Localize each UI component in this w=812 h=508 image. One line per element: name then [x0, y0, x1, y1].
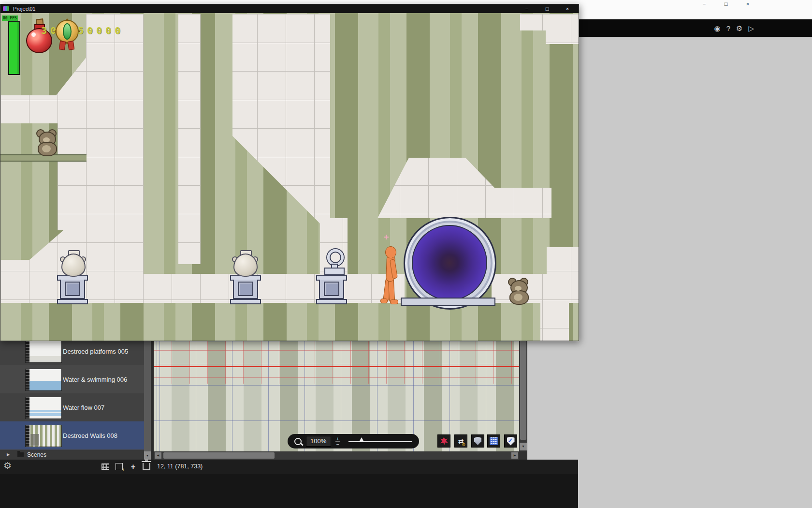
layer-thumbnail	[25, 397, 62, 419]
zoom-value-field[interactable]: 100%	[306, 436, 331, 447]
vase-sprite	[61, 250, 86, 276]
layer-item-destroed-platforms-005[interactable]: Destroed platforms 005	[0, 337, 144, 365]
layer-label: Water & swimming 006	[63, 376, 127, 383]
scrollbar-corner	[519, 451, 527, 460]
add-frame-button[interactable]	[113, 461, 125, 472]
layer-item-destroed-walls-008[interactable]: Destroed Walls 008	[0, 421, 144, 449]
mask-tool-button[interactable]	[471, 434, 484, 448]
layer-item-water-swimming-006[interactable]: Water & swimming 006	[0, 365, 144, 393]
zoom-steppers: + −	[335, 437, 340, 446]
scroll-right-button[interactable]: ▶	[511, 452, 518, 459]
shield-icon	[474, 437, 481, 445]
zoom-slider-thumb[interactable]	[359, 437, 364, 442]
zoom-in-button[interactable]: +	[336, 437, 339, 441]
dither-icon	[102, 463, 109, 470]
pedestal	[318, 275, 346, 304]
portal-core	[412, 225, 487, 300]
canvas-red-grid	[154, 337, 519, 384]
fps-counter: 80 FPS	[2, 15, 18, 21]
cursor-coordinates: 12, 11 (781, 733)	[157, 463, 203, 470]
transfer-arrows-icon: ⇄	[458, 438, 464, 445]
canvas-horizontal-scrollbar[interactable]: ◀ ▶	[154, 451, 519, 460]
dither-pattern-button[interactable]	[99, 461, 111, 472]
canvas-vertical-scrollbar[interactable]: ▼	[519, 337, 527, 460]
shield-check-icon: ✓	[507, 437, 515, 446]
sparkle-particle	[384, 235, 389, 239]
panel-scrollbar[interactable]: ▼	[144, 337, 151, 460]
zoom-slider[interactable]	[348, 441, 412, 442]
game-maximize-button[interactable]: □	[542, 4, 552, 13]
layer-label: Destroed Walls 008	[63, 432, 117, 439]
bottom-fill	[0, 474, 578, 508]
layer-thumbnail	[25, 369, 62, 391]
expand-arrow-icon[interactable]: ▶	[7, 452, 10, 457]
scroll-left-button[interactable]: ◀	[155, 452, 161, 459]
add-object-button[interactable]: +	[127, 461, 139, 472]
transfer-tool-button[interactable]: ⇄	[454, 434, 467, 448]
canvas-red-guide-line	[154, 366, 519, 367]
settings-gear-icon[interactable]: ⚙	[736, 25, 742, 32]
zoom-out-button[interactable]: −	[336, 442, 339, 446]
play-icon[interactable]: ▷	[748, 25, 754, 32]
pedestal	[58, 275, 87, 304]
player-character	[378, 246, 403, 304]
editor-top-toolbar: ◉ ? ⚙ ▷	[578, 19, 812, 37]
game-minimize-button[interactable]: −	[522, 4, 532, 13]
layer-label: Destroed platforms 005	[63, 348, 128, 355]
teddy-bear-sprite	[508, 279, 529, 303]
zoom-toolbar: 100% + −	[288, 434, 419, 448]
grid-icon	[490, 437, 498, 445]
magnifier-icon	[294, 438, 302, 445]
game-app-icon	[3, 6, 9, 11]
screen: − □ × ◉ ? ⚙ ▷ Destroed platforms 005 Wat…	[0, 0, 812, 508]
portal-base-platform	[401, 298, 495, 306]
game-titlebar[interactable]: Project01 − □ ×	[0, 4, 579, 13]
grid-toggle-button[interactable]	[487, 434, 500, 448]
layer-thumbnail	[25, 341, 62, 363]
game-preview-window: Project01 − □ ×	[0, 4, 579, 341]
plus-icon: +	[131, 463, 135, 471]
delete-button[interactable]	[140, 461, 152, 472]
scroll-down-button[interactable]: ▼	[144, 451, 151, 460]
layer-thumbnail	[25, 425, 62, 447]
health-bar	[8, 21, 20, 75]
outer-minimize-button[interactable]: −	[699, 0, 710, 8]
medal-icon	[55, 19, 78, 51]
scroll-down-button[interactable]: ▼	[520, 443, 527, 450]
tile-walls	[0, 13, 579, 341]
vase-sprite	[233, 250, 258, 276]
gem-count: 50000	[78, 25, 124, 36]
scenes-label: Scenes	[27, 451, 46, 458]
validate-mask-button[interactable]: ✓	[504, 434, 517, 448]
game-scene[interactable]: 80 FPS 30 50000	[0, 13, 579, 341]
status-bar: ⚙ + 12, 11 (781, 733)	[0, 460, 578, 474]
preview-icon[interactable]: ◉	[714, 25, 721, 32]
horizontal-scroll-thumb[interactable]	[163, 452, 275, 459]
outer-maximize-button[interactable]: □	[721, 0, 731, 8]
pedestal	[232, 275, 260, 304]
particles-tool-button[interactable]	[437, 434, 450, 448]
outer-close-button[interactable]: ×	[742, 0, 753, 8]
help-icon[interactable]: ?	[726, 25, 730, 32]
folder-icon	[17, 452, 24, 457]
frame-plus-icon	[116, 463, 123, 470]
game-close-button[interactable]: ×	[562, 4, 573, 13]
settings-gear-icon[interactable]: ⚙	[3, 461, 12, 470]
layer-label: Water flow 007	[63, 404, 104, 411]
trash-icon	[143, 463, 150, 470]
scenes-group-row[interactable]: ▶ Scenes	[0, 450, 144, 460]
vertical-scroll-thumb[interactable]	[520, 338, 526, 440]
teddy-bear-sprite	[36, 130, 57, 154]
ring-artifact-sprite	[322, 249, 345, 276]
layer-item-water-flow-007[interactable]: Water flow 007	[0, 393, 144, 421]
game-window-title: Project01	[13, 6, 35, 12]
layers-panel: Destroed platforms 005 Water & swimming …	[0, 337, 151, 460]
particle-icon	[440, 437, 448, 445]
